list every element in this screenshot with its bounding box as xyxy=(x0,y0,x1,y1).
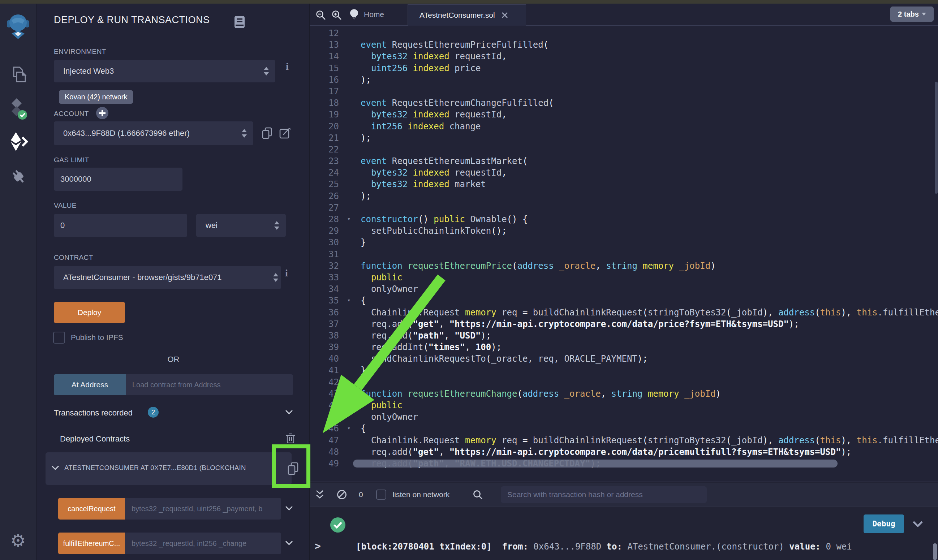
listen-network-checkbox[interactable] xyxy=(376,489,386,500)
expand-params-chevron-icon[interactable] xyxy=(285,540,293,546)
code-text: public xyxy=(361,272,403,283)
select-arrows-icon xyxy=(274,221,279,230)
line-number: 12 xyxy=(310,28,339,38)
code-line: 24 bytes32 indexed requestId, xyxy=(310,168,938,179)
code-text: req.add("get", "https://min-api.cryptoco… xyxy=(361,319,799,329)
plugin-manager-icon[interactable] xyxy=(0,167,36,186)
contract-info-icon[interactable]: i xyxy=(285,267,288,279)
zoom-in-icon[interactable] xyxy=(331,10,342,21)
terminal-scrollbar-nub[interactable] xyxy=(933,543,937,560)
tabs-count-button[interactable]: 2 tabs xyxy=(890,6,934,22)
deployed-instance-card[interactable]: ATESTNETCONSUMER AT 0X7E7...E80D1 (BLOCK… xyxy=(46,452,292,485)
fold-arrow-icon[interactable]: ▾ xyxy=(347,216,351,222)
file-explorer-icon[interactable] xyxy=(0,65,36,85)
fulfill-ethereum-params-input[interactable] xyxy=(125,532,281,554)
code-line: 42 xyxy=(310,377,938,389)
code-line: 33 public xyxy=(310,272,938,284)
terminal-search-input[interactable] xyxy=(501,486,707,503)
instance-title: ATESTNETCONSUMER AT 0X7E7...E80D1 (BLOCK… xyxy=(64,464,277,472)
account-value: 0x643...9F88D (1.666673996 ether) xyxy=(54,129,242,138)
gas-limit-label: GAS LIMIT xyxy=(54,156,89,164)
gas-limit-input[interactable] xyxy=(54,168,183,191)
account-select[interactable]: 0x643...9F88D (1.666673996 ether) xyxy=(54,122,253,145)
code-line: 16 ); xyxy=(310,75,938,86)
line-number: 27 xyxy=(310,203,339,213)
terminal-toolbar: 0 listen on network xyxy=(310,483,938,506)
add-account-icon[interactable] xyxy=(95,106,109,122)
code-text: } xyxy=(361,237,366,248)
environment-info-icon[interactable]: i xyxy=(286,61,289,72)
line-number: 28 xyxy=(310,214,339,225)
line-number: 21 xyxy=(310,133,339,143)
line-number: 30 xyxy=(310,237,339,248)
at-address-input[interactable] xyxy=(126,374,293,395)
deploy-button[interactable]: Deploy xyxy=(54,302,125,323)
code-line: 35 ▾ { xyxy=(310,295,938,307)
terminal-prompt[interactable]: > xyxy=(315,540,321,552)
value-label: VALUE xyxy=(54,202,77,209)
fold-arrow-icon[interactable]: ▾ xyxy=(347,297,351,303)
code-text: } xyxy=(361,365,366,375)
code-text: bytes32 indexed requestId, xyxy=(361,51,507,62)
code-line: 26 ); xyxy=(310,191,938,203)
deploy-run-icon[interactable] xyxy=(0,132,36,152)
tab-home[interactable]: Home xyxy=(349,9,384,20)
contract-select[interactable]: ATestnetConsumer - browser/gists/9b71e07… xyxy=(54,266,281,289)
book-icon[interactable] xyxy=(234,15,245,30)
code-text: public xyxy=(361,400,403,411)
publish-ipfs-label: Publish to IPFS xyxy=(71,333,123,342)
publish-ipfs-checkbox[interactable] xyxy=(53,332,65,344)
code-line: 45 onlyOwner xyxy=(310,412,938,423)
line-number: 31 xyxy=(310,249,339,259)
solidity-compiler-icon[interactable] xyxy=(0,97,36,122)
line-number: 37 xyxy=(310,319,339,329)
environment-select[interactable]: Injected Web3 xyxy=(54,60,275,82)
settings-gear-icon[interactable]: ⚙ xyxy=(0,530,36,551)
debug-button[interactable]: Debug xyxy=(864,514,904,533)
line-number: 17 xyxy=(310,86,339,97)
code-line: 31 xyxy=(310,249,938,261)
code-line: 48 req.add("get", "https://min-api.crypt… xyxy=(310,447,938,458)
fulfill-ethereum-button[interactable]: fulfillEthereumC... xyxy=(58,532,125,554)
horizontal-scrollbar[interactable] xyxy=(353,460,838,468)
tab-active-file[interactable]: ATestnetConsumer.sol xyxy=(407,4,526,26)
code-lines: 12 13 event RequestEthereumPriceFulfille… xyxy=(310,28,938,470)
code-line: 20 int256 indexed change xyxy=(310,122,938,133)
code-line: 34 onlyOwner xyxy=(310,284,938,295)
zoom-out-icon[interactable] xyxy=(315,10,326,21)
transactions-chevron-down-icon[interactable] xyxy=(285,410,293,416)
value-unit: wei xyxy=(196,221,274,230)
line-number: 33 xyxy=(310,272,339,283)
environment-value: Injected Web3 xyxy=(54,66,264,76)
contract-value: ATestnetConsumer - browser/gists/9b71e07… xyxy=(54,273,273,282)
clear-console-icon[interactable] xyxy=(337,489,347,500)
line-number: 34 xyxy=(310,284,339,294)
instance-chevron-down-icon[interactable] xyxy=(51,465,59,471)
expand-params-chevron-icon[interactable] xyxy=(285,506,293,511)
line-number: 19 xyxy=(310,109,339,120)
copy-instance-icon[interactable] xyxy=(288,462,298,477)
code-text: req.add("get", "https://min-api.cryptoco… xyxy=(361,447,851,457)
code-line: 25 bytes32 indexed market xyxy=(310,179,938,191)
line-number: 29 xyxy=(310,226,339,236)
code-line: 40 sendChainlinkRequestTo(_oracle, req, … xyxy=(310,354,938,365)
code-editor: Home ATestnetConsumer.sol 2 tabs 12 13 e… xyxy=(310,4,938,482)
value-input[interactable] xyxy=(54,214,187,237)
close-tab-icon[interactable] xyxy=(501,12,508,18)
fold-arrow-icon[interactable]: ▾ xyxy=(347,425,351,431)
copy-account-icon[interactable] xyxy=(262,127,272,141)
log-expand-chevron-icon[interactable] xyxy=(912,521,923,527)
trash-icon[interactable] xyxy=(286,433,295,445)
expand-terminal-icon[interactable] xyxy=(315,489,324,500)
code-line: 21 ); xyxy=(310,133,938,145)
value-unit-select[interactable]: wei xyxy=(196,214,286,237)
transaction-log[interactable]: [block:20780401 txIndex:0] from: 0x643..… xyxy=(356,516,852,560)
cancel-request-params-input[interactable] xyxy=(125,498,281,520)
vertical-scrollbar[interactable] xyxy=(935,82,938,194)
code-area[interactable]: 12 13 event RequestEthereumPriceFulfille… xyxy=(310,26,938,482)
at-address-button[interactable]: At Address xyxy=(54,374,126,395)
pending-tx-count: 0 xyxy=(359,490,363,499)
edit-account-icon[interactable] xyxy=(279,127,291,140)
code-text: Chainlink.Request memory req = buildChai… xyxy=(361,308,938,318)
cancel-request-button[interactable]: cancelRequest xyxy=(58,498,125,520)
